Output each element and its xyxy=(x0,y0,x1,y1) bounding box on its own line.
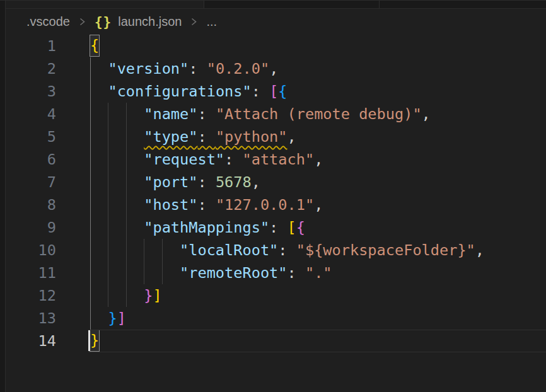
line-number[interactable]: 12 xyxy=(6,284,56,307)
code-token: "0.2.0" xyxy=(207,60,269,78)
chevron-right-icon xyxy=(190,16,197,27)
code-line[interactable]: 4 "name": "Attach (remote debug)", xyxy=(6,103,546,125)
code-token: , xyxy=(288,128,296,146)
indent-guide xyxy=(126,284,127,307)
breadcrumb: .vscode {} launch.json ... xyxy=(6,9,546,35)
code-token: : xyxy=(197,105,215,123)
indent-guide xyxy=(126,262,127,284)
code-token: 5678 xyxy=(216,173,252,191)
tab-separator xyxy=(379,1,380,8)
indent-guide xyxy=(108,125,108,148)
code-token: : xyxy=(288,264,305,282)
code-line[interactable]: 9 "pathMappings": [{ xyxy=(6,216,546,239)
active-tab-edge xyxy=(6,1,204,8)
breadcrumb-symbol[interactable]: ... xyxy=(206,14,217,29)
code-line[interactable]: 5 "type": "python", xyxy=(6,125,546,148)
code-token: "configurations" xyxy=(108,83,251,100)
code-line[interactable]: 1{ xyxy=(6,35,546,57)
code-line[interactable]: 7 "port": 5678, xyxy=(6,171,546,193)
indent-guide xyxy=(90,307,91,330)
line-content: "localRoot": "${workspaceFolder}", xyxy=(90,239,546,262)
breadcrumb-file[interactable]: launch.json xyxy=(118,14,182,29)
indent-guide xyxy=(108,262,108,284)
code-token: , xyxy=(314,196,323,214)
code-line[interactable]: 3 "configurations": [{ xyxy=(6,80,546,103)
indent-guide xyxy=(108,171,108,193)
code-token: [ xyxy=(288,219,296,236)
code-line[interactable]: 13 }] xyxy=(6,307,546,330)
line-number[interactable]: 11 xyxy=(6,262,56,284)
indent-guide xyxy=(90,239,91,262)
line-content: "name": "Attach (remote debug)", xyxy=(90,103,546,125)
line-number[interactable]: 14 xyxy=(6,330,56,352)
line-content: "type": "python", xyxy=(90,125,546,148)
code-token: : xyxy=(197,128,215,146)
indent-guide xyxy=(126,171,127,193)
line-number[interactable]: 6 xyxy=(6,148,56,171)
line-content: "configurations": [{ xyxy=(90,80,546,103)
code-line[interactable]: 14} xyxy=(6,330,546,352)
code-line[interactable]: 11 "remoteRoot": "." xyxy=(6,262,546,284)
code-line[interactable]: 12 }] xyxy=(6,284,546,307)
code-token: "." xyxy=(305,264,332,282)
code-line[interactable]: 10 "localRoot": "${workspaceFolder}", xyxy=(6,239,546,262)
code-token: "remoteRoot" xyxy=(180,264,287,282)
code-line[interactable]: 8 "host": "127.0.0.1", xyxy=(6,193,546,216)
code-token: "pathMappings" xyxy=(144,219,269,236)
code-token: ] xyxy=(153,287,161,304)
line-content: "version": "0.2.0", xyxy=(90,57,546,80)
code-token: : xyxy=(197,196,215,214)
tab-bar xyxy=(6,1,546,9)
code-token: : xyxy=(189,60,206,78)
code-token: , xyxy=(475,241,484,259)
chevron-right-icon xyxy=(79,16,86,27)
indent-guide xyxy=(162,262,163,284)
warning-squiggle: "type": "python" xyxy=(144,128,287,146)
matched-bracket: { xyxy=(90,35,99,56)
indent-guide xyxy=(108,216,108,239)
code-line[interactable]: 2 "version": "0.2.0", xyxy=(6,57,546,80)
code-token: } xyxy=(108,309,117,327)
indent-guide xyxy=(90,193,91,216)
indent-guide xyxy=(108,103,108,125)
line-content: } xyxy=(90,330,546,352)
indent-guide xyxy=(144,239,144,262)
code-token: , xyxy=(269,60,278,78)
breadcrumb-folder[interactable]: .vscode xyxy=(26,14,70,29)
indent-guide xyxy=(108,148,108,171)
tab-separator xyxy=(204,1,204,8)
indent-guide xyxy=(90,262,91,284)
code-line[interactable]: 6 "request": "attach", xyxy=(6,148,546,171)
indent-guide xyxy=(90,148,91,171)
indent-guide xyxy=(126,193,127,216)
vscode-editor-window: .vscode {} launch.json ... 1{2 "version"… xyxy=(0,0,546,392)
line-number[interactable]: 9 xyxy=(6,216,56,239)
line-number[interactable]: 8 xyxy=(6,193,56,216)
code-token: "Attach (remote debug)" xyxy=(216,105,422,123)
line-number[interactable]: 13 xyxy=(6,307,56,330)
code-token: } xyxy=(144,287,153,304)
line-number[interactable]: 4 xyxy=(6,103,56,125)
code-token: : xyxy=(252,83,269,100)
indent-guide xyxy=(108,193,108,216)
indent-guide xyxy=(90,216,91,239)
code-token: "type" xyxy=(144,128,197,146)
code-token: ] xyxy=(117,309,126,327)
line-number[interactable]: 10 xyxy=(6,239,56,262)
code-area[interactable]: 1{2 "version": "0.2.0",3 "configurations… xyxy=(6,35,546,392)
line-number[interactable]: 3 xyxy=(6,80,56,103)
line-number[interactable]: 5 xyxy=(6,125,56,148)
code-token: , xyxy=(314,151,323,168)
line-number[interactable]: 1 xyxy=(6,35,56,57)
indent-guide xyxy=(90,103,91,125)
line-number[interactable]: 7 xyxy=(6,171,56,193)
code-token: , xyxy=(422,105,431,123)
indent-guide xyxy=(126,216,127,239)
line-content: "remoteRoot": "." xyxy=(90,262,546,284)
indent-guide xyxy=(90,80,91,103)
line-number[interactable]: 2 xyxy=(6,57,56,80)
code-token: : xyxy=(269,219,287,236)
code-token: "127.0.0.1" xyxy=(216,196,314,214)
indent-guide xyxy=(90,171,91,193)
code-token: : xyxy=(278,241,296,259)
